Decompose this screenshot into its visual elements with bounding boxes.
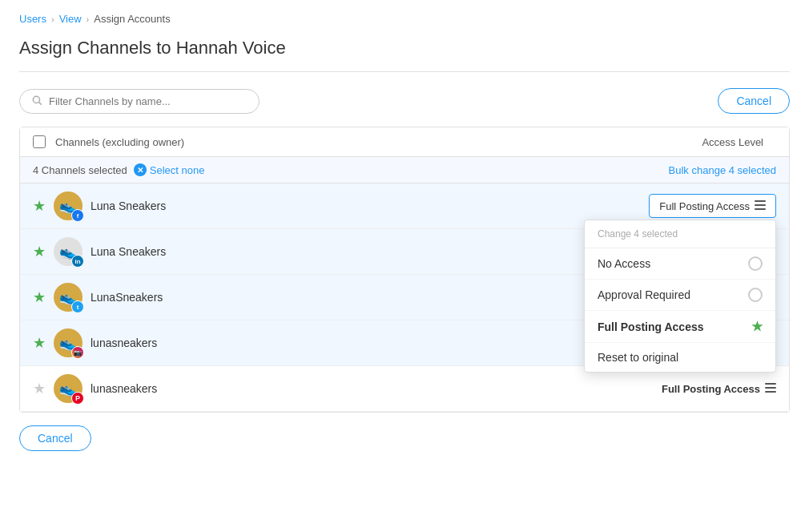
page-divider: [19, 71, 790, 72]
select-all-checkbox[interactable]: [33, 135, 46, 148]
breadcrumb-view[interactable]: View: [59, 13, 82, 25]
star-icon[interactable]: ★: [33, 288, 46, 306]
selected-count: 4 Channels selected: [33, 164, 127, 176]
channel-name: Luna Sneakers: [91, 200, 649, 212]
social-badge: P: [71, 392, 84, 405]
svg-rect-2: [755, 200, 766, 202]
breadcrumb-sep-1: ›: [51, 14, 54, 24]
dropdown-item-label: Approval Required: [598, 288, 690, 301]
svg-rect-7: [765, 391, 776, 393]
breadcrumb: Users › View › Assign Accounts: [19, 13, 790, 25]
bars-icon: [765, 382, 776, 395]
avatar: 👟 f: [54, 191, 83, 220]
svg-rect-6: [765, 387, 776, 389]
table-header: Channels (excluding owner) Access Level: [20, 127, 789, 157]
star-icon[interactable]: ★: [33, 334, 46, 352]
channels-table: Channels (excluding owner) Access Level …: [19, 127, 790, 413]
channel-name: lunasneakers: [91, 382, 662, 395]
bulk-change-button[interactable]: Bulk change 4 selected: [669, 164, 776, 176]
social-badge: 📷: [71, 346, 84, 359]
search-wrapper: [19, 89, 260, 114]
table-row: ★ 👟 f Luna Sneakers Full Posting Access: [20, 183, 789, 229]
select-none-x-icon: ✕: [134, 163, 147, 176]
access-dropdown-wrapper: Full Posting Access Change 4 selected No…: [649, 194, 776, 218]
selection-bar: 4 Channels selected ✕ Select none Bulk c…: [20, 157, 789, 183]
svg-rect-5: [765, 383, 776, 385]
access-dropdown-menu: Change 4 selected No Access Approval Req…: [584, 220, 776, 373]
search-input[interactable]: [49, 95, 248, 107]
bars-icon: [755, 200, 766, 212]
avatar: 👟 📷: [54, 328, 83, 357]
access-level-text: Full Posting Access: [662, 383, 760, 395]
avatar: 👟 P: [54, 374, 83, 403]
selection-info: 4 Channels selected ✕ Select none: [33, 163, 204, 176]
dropdown-item-approval[interactable]: Approval Required: [585, 280, 775, 311]
access-level-static: Full Posting Access: [662, 382, 776, 395]
radio-circle-icon: [748, 288, 763, 302]
dropdown-item-label: No Access: [598, 257, 650, 270]
dropdown-star-icon: ★: [751, 319, 763, 334]
star-icon[interactable]: ★: [33, 243, 46, 260]
svg-point-0: [33, 96, 39, 103]
breadcrumb-sep-2: ›: [87, 14, 90, 24]
dropdown-item-full-access[interactable]: Full Posting Access ★: [585, 311, 775, 343]
dropdown-header: Change 4 selected: [585, 220, 775, 248]
avatar: 👟 t: [54, 283, 83, 312]
social-badge: f: [71, 209, 84, 222]
svg-rect-4: [755, 208, 766, 210]
breadcrumb-users[interactable]: Users: [19, 13, 46, 25]
access-level-button[interactable]: Full Posting Access: [649, 194, 776, 218]
select-none-button[interactable]: ✕ Select none: [134, 163, 205, 176]
search-icon: [31, 95, 42, 108]
bottom-cancel-button[interactable]: Cancel: [19, 425, 91, 451]
svg-rect-3: [755, 204, 766, 206]
dropdown-item-label: Full Posting Access: [598, 320, 704, 333]
dropdown-item-reset[interactable]: Reset to original: [585, 343, 775, 372]
cancel-button[interactable]: Cancel: [718, 88, 790, 114]
toolbar: Cancel: [19, 88, 790, 114]
page-title: Assign Channels to Hannah Voice: [19, 38, 790, 58]
bottom-actions: Cancel: [19, 413, 790, 464]
dropdown-item-label: Reset to original: [598, 351, 678, 364]
star-icon[interactable]: ★: [33, 197, 46, 215]
table-header-access: Access Level: [702, 136, 763, 148]
svg-line-1: [39, 102, 42, 104]
access-level-text: Full Posting Access: [659, 200, 750, 212]
star-icon[interactable]: ★: [33, 380, 46, 397]
social-badge: t: [71, 300, 84, 313]
social-badge: in: [71, 255, 84, 268]
avatar: 👟 in: [54, 237, 83, 266]
table-header-channels: Channels (excluding owner): [55, 136, 702, 148]
radio-circle-icon: [748, 256, 763, 271]
select-none-label: Select none: [150, 164, 205, 176]
table-row: ★ 👟 P lunasneakers Full Posting Access: [20, 366, 789, 412]
breadcrumb-current: Assign Accounts: [94, 13, 170, 25]
dropdown-item-no-access[interactable]: No Access: [585, 248, 775, 280]
